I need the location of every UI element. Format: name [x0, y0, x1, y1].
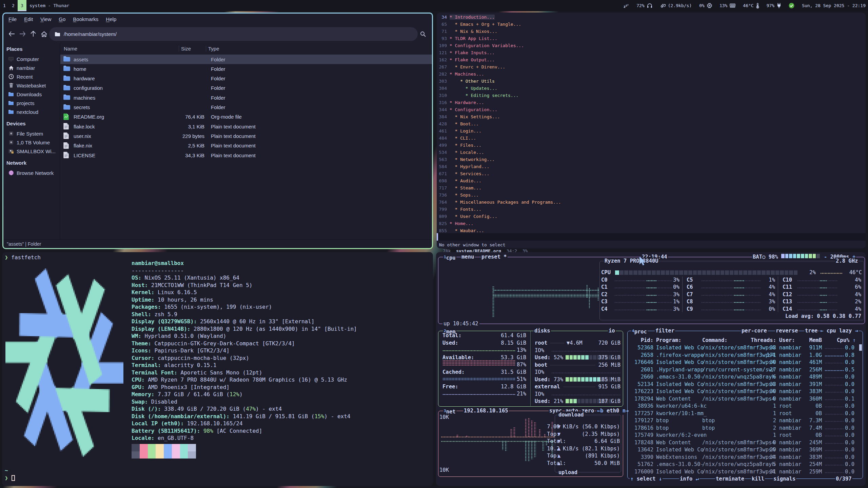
sidebar-item-nextcloud[interactable]: nextcloud — [3, 107, 60, 116]
proc-signals-control[interactable]: signals — [773, 475, 796, 483]
proc-terminate-control[interactable]: terminate — [715, 475, 745, 483]
proc-header-threads: Threads: — [751, 337, 776, 344]
folder-icon — [63, 84, 71, 92]
org-heading-line[interactable]: 499 * Files... — [437, 142, 866, 149]
sidebar-item-computer[interactable]: Computer — [3, 55, 60, 63]
back-button[interactable] — [6, 28, 17, 39]
org-heading-line[interactable]: 698 * Audio... — [437, 177, 866, 184]
shell-prompt-cursor[interactable]: ❯ — [5, 474, 15, 482]
column-size[interactable]: Size — [179, 46, 206, 52]
menu-go[interactable]: Go — [55, 16, 69, 22]
menu-button[interactable]: menu — [461, 253, 475, 261]
file-row-flake-lock[interactable]: flake.lock3,1 KiBPlain text document — [60, 122, 432, 131]
column-name[interactable]: Name — [60, 46, 179, 52]
org-heading-line[interactable]: 484 * CLI... — [437, 135, 866, 142]
proc-reverse-toggle[interactable]: reverse — [775, 327, 798, 335]
net-stat-row: Total: 50.0 MiB — [547, 460, 620, 467]
org-heading-line[interactable]: 304 * Updates... — [437, 85, 866, 92]
org-heading-line[interactable]: 717 * Steam... — [437, 184, 866, 191]
proc-user: root — [779, 432, 792, 439]
org-heading-line[interactable]: 825 * Home... — [437, 220, 866, 227]
sidebar-item-label: Recent — [17, 74, 33, 80]
org-heading-line[interactable]: 34 * Introduction... — [437, 14, 866, 21]
home-button[interactable] — [39, 28, 50, 39]
proc-filter-button[interactable]: filter — [655, 327, 675, 335]
net-interface-switcher[interactable]: ←b eth0 n→ — [596, 407, 629, 415]
org-heading-line[interactable]: 428 * Boot... — [437, 120, 866, 127]
org-heading-line[interactable]: 584 * Hyprland... — [437, 163, 866, 170]
org-heading-line[interactable]: 736 * Sops... — [437, 191, 866, 199]
org-heading-line[interactable]: 310 * Editing secrets... — [437, 92, 866, 99]
file-row-readme-org[interactable]: README.org76,4 KiBOrg-mode file — [60, 112, 432, 122]
org-heading-line[interactable]: 121 * Flake Inputs... — [437, 49, 866, 56]
workspace-button-2[interactable]: 2 — [9, 0, 18, 11]
sidebar-item-downloads[interactable]: Downloads — [3, 90, 60, 99]
menu-bookmarks[interactable]: Bookmarks — [69, 16, 102, 22]
io-tab[interactable]: io — [608, 327, 616, 335]
workspace-button-1[interactable]: 1 — [0, 0, 9, 11]
org-heading-line[interactable]: 65 * Emacs + Org + Tangle... — [437, 21, 866, 28]
proc-kill-control[interactable]: kill — [751, 475, 765, 483]
file-row-license[interactable]: LICENSE34,3 KiBPlain text document — [60, 150, 432, 160]
file-row-flake-nix[interactable]: flake.nix2,5 KiBPlain text document — [60, 141, 432, 150]
column-type[interactable]: Type — [206, 46, 219, 52]
org-heading-line[interactable]: 671 * Services... — [437, 170, 866, 177]
menu-edit[interactable]: Edit — [20, 16, 37, 22]
sidebar-item-file-system[interactable]: File System — [3, 129, 60, 138]
org-heading-line[interactable]: 799 * Fonts... — [437, 206, 866, 213]
file-row-assets[interactable]: assetsFolder — [60, 55, 432, 64]
tab-proc[interactable]: 4proc — [631, 327, 648, 336]
file-row-user-nix[interactable]: user.nix229 bytesPlain text document — [60, 131, 432, 141]
org-heading-line[interactable]: 809 * User Config... — [437, 213, 866, 220]
file-row-hardware[interactable]: hardwareFolder — [60, 74, 432, 83]
proc-per-core-toggle[interactable]: per-core — [741, 327, 768, 335]
org-heading-line[interactable]: 109 * Configuration Variables... — [437, 42, 866, 49]
tab-cpu[interactable]: 1cpu — [443, 253, 456, 262]
org-heading-line[interactable]: 534 * Locale... — [437, 149, 866, 156]
proc-sort-selector[interactable]: ← cpu lazy → — [820, 327, 859, 335]
cpu-chip-icon — [707, 3, 712, 8]
core-graph-hl — [734, 280, 745, 282]
menu-view[interactable]: View — [37, 16, 55, 22]
terminal-color-palette — [132, 444, 196, 459]
emacs-buffer[interactable]: 34 * Introduction...65 * Emacs + Org + T… — [437, 14, 866, 234]
preset-button[interactable]: preset * — [481, 253, 508, 261]
file-row-home[interactable]: homeFolder — [60, 64, 432, 74]
org-heading-line[interactable]: 344 * Configuration... — [437, 106, 866, 113]
search-button[interactable] — [417, 28, 429, 39]
mem-row-value: 8.15 GiB — [501, 340, 526, 347]
proc-info-control[interactable]: info ↵ — [679, 475, 699, 483]
menu-file[interactable]: File — [8, 16, 20, 22]
forward-button[interactable] — [17, 28, 28, 39]
org-heading-line[interactable]: 461 * Login... — [437, 127, 866, 135]
path-bar[interactable]: /home/nambiar/system/ — [49, 27, 418, 41]
proc-tree-toggle[interactable]: tree — [804, 327, 818, 335]
org-heading-line[interactable]: 563 * Networking... — [437, 156, 866, 163]
proc-scrollbar-thumb[interactable] — [859, 344, 862, 351]
file-row-secrets[interactable]: secretsFolder — [60, 103, 432, 112]
proc-program: kworker/6:2-even — [656, 432, 707, 439]
menu-help[interactable]: Help — [102, 16, 120, 22]
sidebar-item-wastebasket[interactable]: Wastebasket — [3, 81, 60, 90]
org-heading-line[interactable]: 282 * Machines... — [437, 70, 866, 78]
org-heading-line[interactable]: 764 * Miscellaneous Packages and Program… — [437, 199, 866, 206]
proc-select-control[interactable]: ↑ select ↓ — [630, 475, 663, 483]
sidebar-item-projects[interactable]: projects — [3, 99, 60, 107]
org-heading-line[interactable]: 71 * Nix & Nixos... — [437, 28, 866, 35]
org-heading-line[interactable]: 267 * Envrc + Direnv... — [437, 63, 866, 70]
cpu-graph-spike — [597, 287, 599, 301]
sidebar-item-smallbox-wi-[interactable]: SMALLBOX Wi... — [3, 147, 60, 156]
org-heading-line[interactable]: 384 * Nix Settings... — [437, 113, 866, 120]
sidebar-item-1-0-tb-volume[interactable]: 1,0 TB Volume — [3, 138, 60, 147]
org-heading-line[interactable]: 316 * Hardware... — [437, 99, 866, 106]
org-heading-line[interactable]: 303 * Other Utils — [437, 78, 866, 85]
workspace-button-3[interactable]: 3 — [18, 0, 26, 11]
file-row-configuration[interactable]: configurationFolder — [60, 83, 432, 93]
sidebar-item-browse-network[interactable]: Browse Network — [3, 168, 60, 177]
sidebar-item-recent[interactable]: Recent — [3, 72, 60, 81]
sidebar-item-nambiar[interactable]: nambiar — [3, 63, 60, 72]
file-row-machines[interactable]: machinesFolder — [60, 93, 432, 102]
org-heading-line[interactable]: 93 * TLDR App List... — [437, 35, 866, 42]
org-heading-line[interactable]: 162 * Flake Output... — [437, 56, 866, 63]
up-button[interactable] — [28, 28, 39, 39]
